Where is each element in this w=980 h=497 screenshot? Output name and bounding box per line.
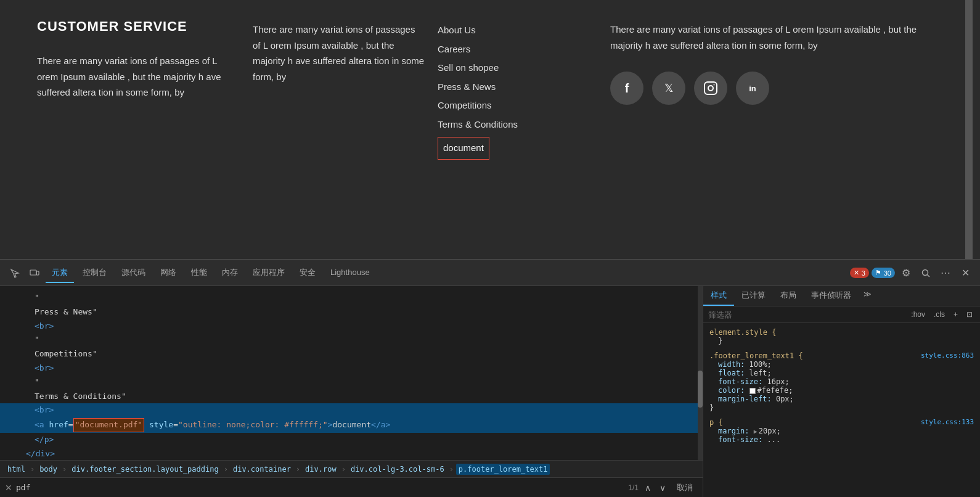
footer-links-list: About Us Careers Sell on shopee Press & … — [438, 22, 598, 160]
css-selector-footer: .footer_lorem_text1 { style.css:863 — [709, 351, 974, 360]
tab-sources[interactable]: 源代码 — [115, 263, 152, 283]
list-item: About Us — [438, 22, 598, 39]
search-count: 1/1 — [628, 483, 639, 492]
list-item: Sell on shopee — [438, 59, 598, 77]
tab-memory[interactable]: 内存 — [216, 263, 244, 283]
list-item: Terms & Conditions — [438, 116, 598, 134]
cls-filter-btn[interactable]: .cls — [931, 309, 947, 320]
list-item: Careers — [438, 41, 598, 59]
terms-conditions-link[interactable]: Terms & Conditions — [438, 119, 518, 129]
html-line: " — [0, 333, 703, 347]
press-news-link[interactable]: Press & News — [438, 81, 496, 92]
tab-security[interactable]: 安全 — [293, 263, 322, 283]
css-rule-footer-lorem: .footer_lorem_text1 { style.css:863 widt… — [709, 351, 974, 412]
add-style-btn[interactable]: + — [951, 309, 960, 320]
links-col: About Us Careers Sell on shopee Press & … — [438, 18, 610, 240]
devtools-content: " Press & News" <br> " Competitions" <br… — [0, 286, 980, 497]
tab-layout[interactable]: 布局 — [773, 286, 804, 306]
search-bar: ✕ 1/1 ∧ ∨ 取消 — [0, 477, 703, 497]
tab-lighthouse[interactable]: Lighthouse — [324, 264, 376, 282]
tab-console[interactable]: 控制台 — [76, 263, 113, 283]
breadcrumb-body[interactable]: body — [37, 464, 60, 475]
html-line-anchor-selected[interactable]: <a href="document.pdf" style="outline: n… — [0, 417, 703, 433]
close-devtools-icon[interactable]: ✕ — [957, 265, 974, 282]
lorem-col-1: There are many variat ions of passages o… — [253, 18, 438, 240]
color-swatch[interactable] — [749, 388, 756, 394]
device-toggle-icon[interactable] — [26, 265, 43, 282]
html-line: " — [0, 291, 703, 305]
search-next-icon[interactable]: ∨ — [657, 482, 668, 494]
breadcrumb-col[interactable]: div.col-lg-3.col-sm-6 — [348, 464, 447, 475]
scroll-thumb[interactable] — [698, 371, 703, 408]
select-element-icon[interactable] — [6, 265, 23, 282]
about-us-link[interactable]: About Us — [438, 25, 476, 35]
css-prop-margin: margin: ▶20px; — [709, 427, 974, 435]
html-line: Press & News" — [0, 305, 703, 319]
twitter-icon[interactable]: 𝕏 — [652, 72, 685, 105]
svg-point-2 — [714, 84, 715, 86]
instagram-icon[interactable] — [694, 72, 727, 105]
styles-panel: 样式 已计算 布局 事件侦听器 ≫ :hov .cls + ⊡ element.… — [703, 286, 980, 497]
search-input[interactable] — [16, 483, 624, 492]
customer-service-body: There are many variat ions of passages o… — [37, 53, 240, 101]
careers-link[interactable]: Careers — [438, 44, 470, 54]
css-selector-p: p { style.css:133 — [709, 418, 974, 427]
linkedin-icon[interactable]: in — [736, 72, 769, 105]
list-item: document — [438, 134, 598, 160]
document-link[interactable]: document — [438, 137, 489, 160]
html-line: Terms & Conditions" — [0, 390, 703, 404]
html-line: Competitions" — [0, 347, 703, 361]
social-icons: f 𝕏 in — [610, 72, 931, 105]
lorem-text-1: There are many variat ions of passages o… — [253, 22, 425, 84]
hov-filter-btn[interactable]: :hov — [909, 309, 928, 320]
search-prev-icon[interactable]: ∧ — [642, 482, 653, 494]
settings-icon[interactable]: ⚙ — [897, 265, 915, 282]
more-tabs-icon[interactable]: ≫ — [859, 286, 876, 306]
html-line: " — [0, 376, 703, 390]
css-prop-font-size-p: font-size: ... — [709, 435, 974, 444]
flag-icon: ⚑ — [875, 269, 881, 277]
css-selector-element: element.style { — [709, 328, 974, 337]
error-count: 3 — [862, 269, 865, 277]
breadcrumb-container[interactable]: div.container — [231, 464, 293, 475]
breadcrumb: html › body › div.footer_section.layout_… — [0, 460, 703, 477]
breadcrumb-p[interactable]: p.footer_lorem_text1 — [456, 464, 550, 475]
error-badge: ✕ 3 — [850, 268, 869, 278]
breadcrumb-footer-section[interactable]: div.footer_section.layout_padding — [69, 464, 221, 475]
css-prop-width: width: 100%; — [709, 360, 974, 369]
sell-on-shopee-link[interactable]: Sell on shopee — [438, 62, 499, 73]
search-clear-icon[interactable]: ✕ — [5, 483, 12, 493]
html-panel: " Press & News" <br> " Competitions" <br… — [0, 286, 703, 497]
tab-computed[interactable]: 已计算 — [734, 286, 773, 306]
more-options-icon[interactable]: ⋯ — [937, 265, 954, 282]
breadcrumb-html[interactable]: html — [5, 464, 28, 475]
tab-styles[interactable]: 样式 — [703, 286, 734, 306]
css-prop-font-size: font-size: 16px; — [709, 377, 974, 386]
devtools-toolbar: 元素 控制台 源代码 网络 性能 内存 应用程序 安全 Lighthouse ✕… — [0, 260, 980, 286]
html-line: <br> — [0, 319, 703, 334]
tab-performance[interactable]: 性能 — [185, 263, 213, 283]
website-preview: CUSTOMER SERVICE There are many variat i… — [0, 0, 980, 259]
breadcrumb-row[interactable]: div.row — [303, 464, 339, 475]
competitions-link[interactable]: Competitions — [438, 100, 492, 110]
css-closing-brace-2: } — [709, 403, 974, 412]
cancel-button[interactable]: 取消 — [672, 480, 698, 496]
html-line-br-selected[interactable]: <br> — [0, 403, 703, 417]
tab-network[interactable]: 网络 — [154, 263, 182, 283]
layout-icon[interactable]: ⊡ — [964, 309, 975, 320]
facebook-icon[interactable]: f — [610, 72, 643, 105]
svg-line-6 — [928, 274, 930, 277]
css-prop-color: color: #fefefe; — [709, 386, 974, 395]
tab-elements[interactable]: 元素 — [46, 263, 74, 283]
lorem-social-col: There are many variat ions of passages o… — [610, 18, 943, 240]
styles-filter-input[interactable] — [708, 310, 905, 319]
css-prop-margin-left: margin-left: 0px; — [709, 395, 974, 403]
svg-rect-0 — [704, 82, 717, 94]
tab-application[interactable]: 应用程序 — [247, 263, 291, 283]
search-devtools-icon[interactable] — [917, 265, 934, 282]
customer-service-heading: CUSTOMER SERVICE — [37, 18, 240, 35]
list-item: Competitions — [438, 97, 598, 115]
html-line: <br> — [0, 361, 703, 376]
css-prop-float: float: left; — [709, 369, 974, 377]
tab-event-listeners[interactable]: 事件侦听器 — [804, 286, 859, 306]
